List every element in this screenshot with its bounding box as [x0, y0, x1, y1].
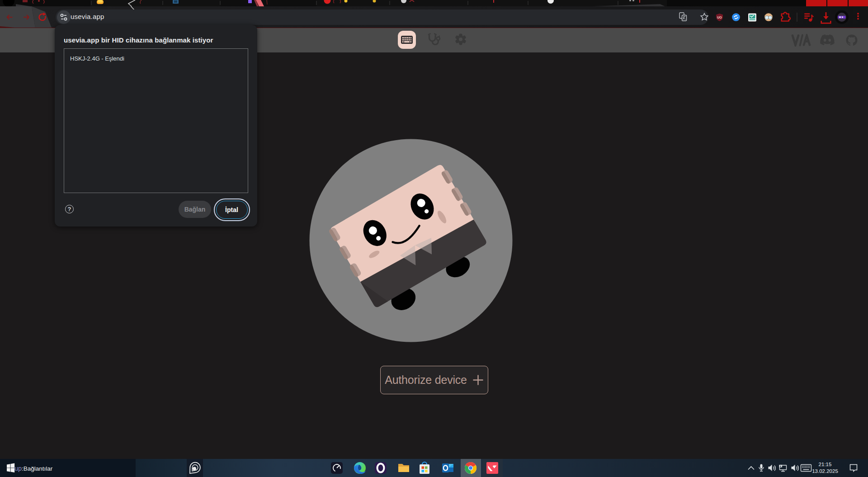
- svg-text::Bağlantılar: :Bağlantılar: [22, 465, 53, 472]
- svg-text:up: up: [14, 465, 22, 472]
- svg-text:UO: UO: [717, 16, 722, 19]
